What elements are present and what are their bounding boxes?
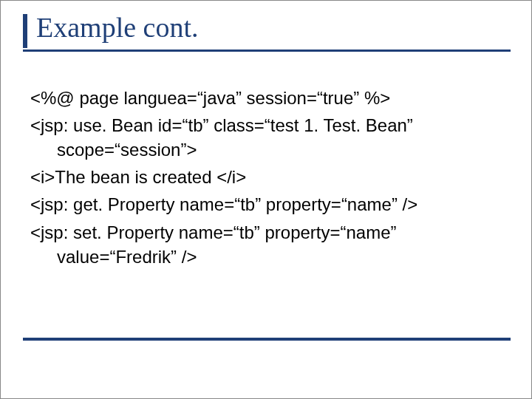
code-line: <jsp: get. Property name=“tb” property=“…: [30, 192, 503, 216]
code-line: <%@ page languea=“java” session=“true” %…: [30, 86, 503, 110]
code-text: <jsp: use. Bean id=“tb” class=“test 1. T…: [30, 115, 413, 135]
code-text: <jsp: set. Property name=“tb” property=“…: [30, 222, 397, 242]
slide-title-block: Example cont.: [23, 13, 511, 52]
slide-title: Example cont.: [36, 13, 511, 44]
code-text: scope=“session”>: [57, 140, 197, 160]
bottom-divider: [23, 338, 511, 341]
title-accent-bar: [23, 14, 27, 48]
code-line: <i>The bean is created </i>: [30, 165, 503, 189]
slide: Example cont. <%@ page languea=“java” se…: [0, 0, 532, 399]
code-text: value=“Fredrik” />: [57, 247, 197, 267]
code-line: <jsp: set. Property name=“tb” property=“…: [30, 220, 503, 269]
slide-body: <%@ page languea=“java” session=“true” %…: [30, 86, 503, 272]
code-line: <jsp: use. Bean id=“tb” class=“test 1. T…: [30, 113, 503, 162]
title-divider: [23, 50, 511, 52]
